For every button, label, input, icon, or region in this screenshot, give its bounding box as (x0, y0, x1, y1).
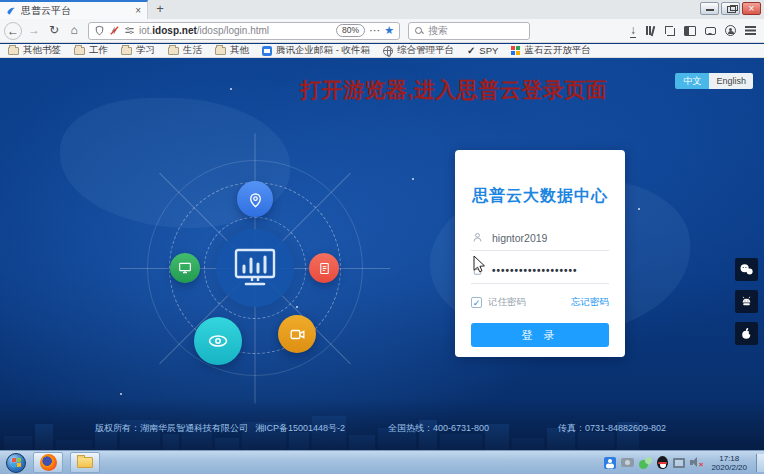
language-switcher: 中文 English (675, 73, 753, 89)
apple-button[interactable] (735, 322, 758, 345)
windows-flag-icon (12, 458, 21, 468)
menu-icon[interactable] (745, 26, 756, 28)
monitor-icon (177, 260, 193, 276)
bookmark-tencent-mail[interactable]: 腾讯企业邮箱 - 收件箱 (262, 44, 370, 57)
android-button[interactable] (735, 290, 758, 313)
home-button[interactable]: ⌂ (64, 21, 84, 41)
sidebar-icon[interactable] (684, 26, 696, 36)
tab-close-icon[interactable]: × (135, 5, 141, 16)
bookmark-star-icon[interactable]: ★ (384, 24, 394, 37)
bookmark-lanshi-cloud[interactable]: 蓝石云开放平台 (511, 44, 591, 57)
remember-password[interactable]: ✓ 记住密码 (471, 296, 526, 309)
zoom-level-badge[interactable]: 80% (336, 24, 365, 37)
reload-button[interactable]: ↻ (44, 21, 64, 41)
android-icon (740, 295, 753, 308)
footer-copyright: 版权所有：湖南华辰智通科技有限公司 (95, 422, 248, 435)
password-field[interactable]: ••••••••••••••••••• (471, 264, 609, 284)
screenshot-icon[interactable] (665, 26, 675, 36)
url-path: /idosp/login.html (197, 25, 269, 36)
login-options: ✓ 记住密码 忘记密码 (471, 296, 609, 309)
tab-favicon-icon (6, 6, 16, 16)
folder-icon (121, 47, 132, 55)
permissions-icon[interactable] (124, 25, 135, 36)
page-actions-icon[interactable]: ⋯ (369, 24, 380, 37)
minimize-button[interactable] (700, 2, 719, 15)
wechat-icon (739, 263, 754, 276)
address-bar[interactable]: iot.idosp.net/idosp/login.html 80% ⋯ ★ (88, 22, 400, 40)
browser-titlebar: 思普云平台 × + × (0, 0, 764, 19)
tray-wechat-icon[interactable] (639, 457, 652, 469)
bookmark-study[interactable]: 学习 (121, 44, 155, 57)
tray-volume-muted-icon[interactable]: × (690, 457, 703, 468)
login-page: 打开游览器,进入思普云登录页面 中文 English (0, 58, 764, 450)
blocked-content-icon[interactable] (109, 25, 120, 36)
globe-icon (383, 46, 393, 56)
tab-title: 思普云平台 (21, 4, 130, 18)
login-button[interactable]: 登 录 (471, 323, 609, 347)
bg-dot (120, 393, 122, 395)
taskbar-explorer-button[interactable] (70, 452, 100, 473)
messages-icon[interactable] (705, 27, 716, 35)
taskbar-firefox-button[interactable] (33, 452, 63, 473)
new-tab-button[interactable]: + (148, 0, 172, 19)
downloads-icon[interactable]: ↓ (630, 23, 636, 38)
mail-icon (262, 46, 272, 56)
bookmark-label: 其他书签 (23, 44, 61, 57)
remember-checkbox[interactable]: ✓ (471, 297, 482, 308)
bookmark-other-folders[interactable]: 其他书签 (8, 44, 61, 57)
bookmark-label: 学习 (136, 44, 155, 57)
start-button[interactable] (6, 453, 26, 473)
document-satellite-circle (309, 253, 339, 283)
bookmark-admin-platform[interactable]: 综合管理平台 (383, 44, 454, 57)
monitor-satellite-circle (170, 253, 200, 283)
username-value: higntor2019 (492, 232, 547, 244)
browser-tab[interactable]: 思普云平台 × (0, 0, 148, 19)
tray-device-icon[interactable] (621, 458, 634, 467)
map-pin-icon (246, 190, 265, 209)
bookmarks-bar: 其他书签 工作 学习 生活 其他 腾讯企业邮箱 - 收件箱 综合管理平台 ✓SP… (0, 44, 764, 58)
bookmark-work[interactable]: 工作 (74, 44, 108, 57)
bookmark-misc[interactable]: 其他 (215, 44, 249, 57)
map-satellite-circle (237, 181, 273, 217)
language-chinese-button[interactable]: 中文 (675, 73, 709, 89)
url-prefix: iot. (139, 25, 152, 36)
document-icon (317, 261, 332, 276)
bookmark-life[interactable]: 生活 (168, 44, 202, 57)
tray-qq-icon[interactable] (657, 456, 668, 469)
library-icon[interactable] (645, 25, 656, 36)
folder-icon (8, 47, 19, 55)
show-desktop-button[interactable] (756, 454, 764, 472)
taskbar-clock[interactable]: 17:18 2020/2/20 (711, 454, 747, 472)
bookmark-label: 综合管理平台 (397, 44, 454, 57)
clock-date: 2020/2/20 (711, 463, 747, 472)
account-icon[interactable] (725, 25, 736, 36)
back-button[interactable]: ← (4, 22, 22, 40)
url-text[interactable]: iot.idosp.net/idosp/login.html (139, 25, 332, 36)
annotation-text: 打开游览器,进入思普云登录页面 (300, 76, 650, 104)
restore-button[interactable] (721, 2, 740, 15)
language-english-button[interactable]: English (709, 73, 753, 89)
apple-icon (740, 327, 753, 341)
url-domain: idosp.net (152, 25, 196, 36)
folder-icon (168, 47, 179, 55)
username-field[interactable]: higntor2019 (471, 231, 609, 251)
search-icon (415, 27, 423, 35)
check-icon: ✓ (467, 46, 475, 56)
search-placeholder: 搜索 (428, 24, 448, 38)
bg-dot (230, 88, 232, 90)
colorful-grid-icon (511, 46, 520, 55)
search-input[interactable]: 搜索 (408, 22, 530, 40)
close-button[interactable]: × (742, 2, 761, 15)
tray-app-icon[interactable] (604, 457, 616, 469)
bookmark-label: SPY (479, 45, 498, 56)
tray-display-icon[interactable] (673, 458, 685, 468)
user-icon (471, 231, 484, 244)
shield-icon[interactable] (94, 25, 105, 36)
orbit-graphic (125, 150, 385, 390)
video-camera-icon (288, 325, 307, 344)
login-title: 思普云大数据中心 (471, 186, 609, 207)
forgot-password-link[interactable]: 忘记密码 (571, 296, 609, 309)
forward-button[interactable]: → (24, 21, 44, 41)
wechat-button[interactable] (735, 258, 758, 281)
bookmark-spy[interactable]: ✓SPY (467, 45, 498, 56)
